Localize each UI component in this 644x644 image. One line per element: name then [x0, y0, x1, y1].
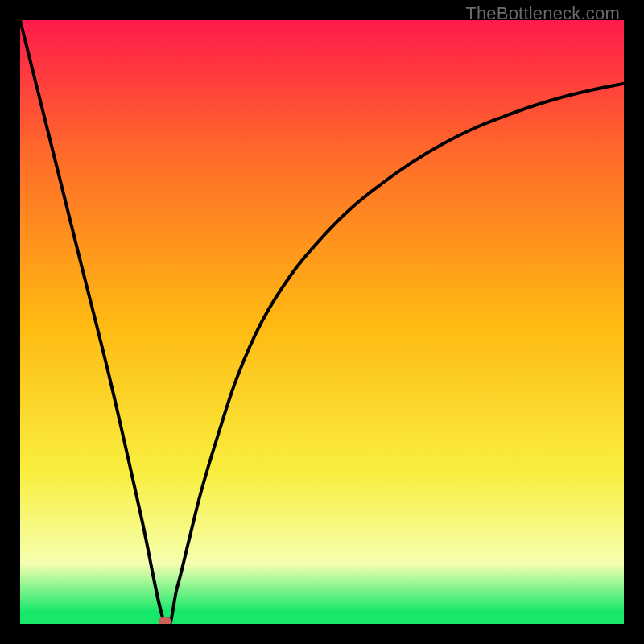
minimum-marker: [159, 617, 171, 625]
watermark-label: TheBottleneck.com: [465, 3, 620, 24]
chart-svg: [20, 20, 624, 624]
gradient-background: [20, 20, 624, 624]
chart-frame: [20, 20, 624, 624]
